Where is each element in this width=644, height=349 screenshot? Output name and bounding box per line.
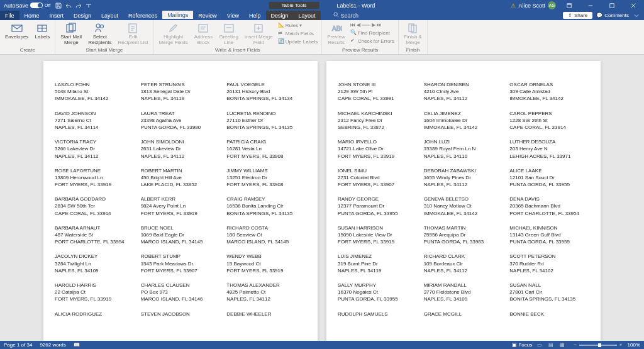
focus-mode[interactable]: ▣ Focus	[512, 342, 532, 348]
label-cell[interactable]: ALICE LAAKE12101 San Souci DrPUNTA GORDA…	[509, 167, 589, 189]
document-area[interactable]: LASZLO FOHN5048 Milano StIMMOKALEE, FL 3…	[0, 55, 644, 349]
label-cell[interactable]: JOHN LUZI15389 Royal Fern Ln NNAPLES, FL…	[424, 138, 504, 160]
label-cell[interactable]: RUDOLPH SAMUELS	[338, 311, 418, 318]
tab-references[interactable]: References	[123, 11, 162, 20]
label-cell[interactable]: HAROLD HARRIS22 Catalpa CtFORT MYERS, FL…	[55, 282, 135, 303]
label-cell[interactable]: BARBARA GODDARD2834 SW 50th TerCAPE CORA…	[55, 196, 135, 217]
greeting-line-button[interactable]: Greeting Line	[216, 21, 241, 47]
label-cell[interactable]: ALICIA RODRIGUEZ	[55, 311, 135, 318]
envelopes-button[interactable]: Envelopes	[3, 21, 31, 42]
tab-home[interactable]: Home	[19, 11, 45, 20]
status-page[interactable]: Page 1 of 34	[4, 342, 32, 348]
label-cell[interactable]: JOHN STONE III2129 SW 5th PlCAPE CORAL, …	[338, 81, 418, 102]
label-cell[interactable]: DEBBIE WHEELER	[226, 311, 306, 318]
label-cell[interactable]: VICTORIA TRACY3266 Lakeview DrNAPLES, FL…	[55, 138, 135, 160]
ribbon-display-options-icon[interactable]	[561, 0, 577, 11]
status-words[interactable]: 9262 words	[40, 342, 65, 348]
label-cell[interactable]: ROBERT STUMP1543 Park Meadows DrFORT MYE…	[141, 253, 221, 274]
tab-table-design[interactable]: Design	[266, 11, 294, 20]
tab-layout[interactable]: Layout	[96, 11, 123, 20]
label-cell[interactable]: MIRIAM RANDALL3770 Fieldstone BlvdNAPLES…	[424, 282, 504, 303]
label-cell[interactable]: MICHAEL KARCHINSKI2312 Fancy Free DrSEBR…	[338, 110, 418, 131]
zoom-in-icon[interactable]: +	[619, 342, 623, 348]
autosave-toggle[interactable]: AutoSave Off	[4, 3, 50, 9]
label-cell[interactable]: SUSAN NALL27801 Carl CirBONITA SPRINGS, …	[509, 282, 589, 303]
match-fields-button[interactable]: ⇄Match Fields	[277, 30, 319, 37]
read-mode-icon[interactable]: ▭	[537, 342, 546, 348]
labels-button[interactable]: Labels	[32, 21, 52, 42]
label-cell[interactable]: LUCRETIA RENDINO27110 Esther DrBONITA SP…	[226, 110, 306, 131]
highlight-merge-fields-button[interactable]: Highlight Merge Fields	[157, 21, 191, 47]
share-button[interactable]: ⇪ Share	[563, 12, 592, 19]
label-cell[interactable]: RICHARD COSTA180 Seaview CtMARCO ISLAND,…	[226, 224, 306, 246]
tab-view[interactable]: View	[222, 11, 244, 20]
address-block-button[interactable]: Address Block	[192, 21, 215, 47]
finish-merge-button[interactable]: Finish & Merge	[401, 21, 425, 47]
undo-icon[interactable]	[65, 3, 72, 9]
label-cell[interactable]: JIMMY WILLIAMS13251 Electron DrFORT MYER…	[226, 167, 306, 189]
label-cell[interactable]: STEVEN JACOBSON	[141, 311, 221, 318]
label-cell[interactable]: MICHAEL KINNISON13143 Green Gulf BlvdPUN…	[509, 224, 589, 246]
label-cell[interactable]: THOMAS MARTIN25556 Arequipa DrPUNTA GORD…	[424, 224, 504, 246]
label-cell[interactable]: OSCAR ORNELAS309 Calle AmistadIMMOKALEE,…	[509, 81, 589, 102]
check-errors-button[interactable]: ✔Check for Errors	[349, 37, 396, 45]
collapse-ribbon-icon[interactable]	[633, 12, 640, 19]
qat-customize-icon[interactable]	[86, 3, 92, 9]
label-cell[interactable]: MARIO IRVELLO14721 Lake Olive DrFORT MYE…	[338, 138, 418, 160]
preview-results-button[interactable]: ABC Preview Results	[325, 21, 347, 47]
label-cell[interactable]: JACOLYN DICKEY3284 Twilight LnNAPLES, FL…	[55, 253, 135, 274]
select-recipients-button[interactable]: Select Recipients	[86, 21, 114, 47]
label-cell[interactable]: CRAIG RAMSEY16536 Bonita Landing CirBONI…	[226, 196, 306, 217]
label-cell[interactable]: GRACE MCGILL	[424, 311, 504, 318]
label-cell[interactable]: SUSAN HARRISON15090 Lakeside View DrFORT…	[338, 224, 418, 246]
print-layout-icon[interactable]: ▤	[548, 342, 557, 348]
tab-insert[interactable]: Insert	[45, 11, 69, 20]
tab-design[interactable]: Design	[69, 11, 96, 20]
save-icon[interactable]	[55, 3, 62, 9]
label-cell[interactable]: PAUL VOEGELE26131 Hickory BlvdBONITA SPR…	[226, 81, 306, 102]
tab-help[interactable]: Help	[244, 11, 266, 20]
label-cell[interactable]: PATRICIA CRAIG16281 Vesta LnFORT MYERS, …	[226, 138, 306, 160]
maximize-icon[interactable]	[604, 0, 620, 11]
label-cell[interactable]: SCOTT PETERSON370 Rudder RdNAPLES, FL 34…	[509, 253, 589, 274]
label-cell[interactable]: DEBORAH ZABAWSKI1655 Windy Pines DrNAPLE…	[424, 167, 504, 189]
user-account[interactable]: ⚠ Alice Scott AS	[511, 1, 556, 9]
label-cell[interactable]: DAVID JOHNSON7271 Salerno CtNAPLES, FL 3…	[55, 110, 135, 131]
label-cell[interactable]: BARBARA ARNAUT487 Waterside StPORT CHARL…	[55, 224, 135, 246]
start-mail-merge-button[interactable]: Start Mail Merge	[58, 21, 84, 47]
comments-button[interactable]: 💬 Comments	[596, 13, 629, 18]
label-cell[interactable]: IONEL SIMU2731 Colonial BlvdFORT MYERS, …	[338, 167, 418, 189]
label-cell[interactable]: LUIS JIMENEZ319 Burnt Pine DrNAPLES, FL …	[338, 253, 418, 274]
close-icon[interactable]	[625, 0, 641, 11]
tab-mailings[interactable]: Mailings	[162, 11, 193, 20]
label-cell[interactable]: PETER STRUNGIS1813 Senegal Date DrNAPLES…	[141, 81, 221, 102]
label-cell[interactable]: LAURA TREAT23398 Agatha AvePUNTA GORDA, …	[141, 110, 221, 131]
insert-merge-field-button[interactable]: Insert Merge Field	[242, 21, 275, 47]
label-cell[interactable]: THOMAS ALEXANDER4825 Palmetto CtNAPLES, …	[226, 282, 306, 303]
zoom-out-icon[interactable]: −	[574, 342, 577, 348]
find-recipient-button[interactable]: 🔍Find Recipient	[349, 29, 396, 36]
label-cell[interactable]: SHARON DENISEN4210 Cindy AveNAPLES, FL 3…	[424, 81, 504, 102]
tab-file[interactable]: File	[0, 11, 19, 20]
label-cell[interactable]: LUTHER DESOUZA203 Henry Ave NLEHIGH ACRE…	[509, 138, 589, 160]
label-cell[interactable]: BRUCE NOEL1069 Bald Eagle DrMARCO ISLAND…	[141, 224, 221, 246]
redo-icon[interactable]	[75, 3, 82, 9]
label-cell[interactable]: JOHN SIMOLDONI2631 Lakeview DrNAPLES, FL…	[141, 138, 221, 160]
label-cell[interactable]: CAROL PEPPERS1228 SW 26th StCAPE CORAL, …	[509, 110, 589, 131]
web-layout-icon[interactable]: ▦	[560, 342, 569, 348]
edit-recipient-list-button[interactable]: Edit Recipient List	[116, 21, 151, 47]
label-cell[interactable]: ROBERT MARTIN450 Bright Hill AveLAKE PLA…	[141, 167, 221, 189]
update-labels-button[interactable]: 🔄Update Labels	[277, 38, 319, 45]
spelling-icon[interactable]: 📖	[74, 342, 80, 348]
label-cell[interactable]: ROSE LAFORTUNE13809 Heronwood LnFORT MYE…	[55, 167, 135, 189]
label-cell[interactable]: CHARLES CLAUSENPO Box 973MARCO ISLAND, F…	[141, 282, 221, 303]
label-cell[interactable]: WENDY WEBB15 Baywood CtFORT MYERS, FL 33…	[226, 253, 306, 274]
label-cell[interactable]: DENA DAVIS20365 Bachmann BlvdPORT CHARLO…	[509, 196, 589, 217]
label-cell[interactable]: CELIA JIMENEZ1604 Immokalee DrIMMOKALEE,…	[424, 110, 504, 131]
rules-button[interactable]: 📐Rules▾	[277, 21, 319, 29]
minimize-icon[interactable]	[582, 0, 599, 11]
label-cell[interactable]: BONNIE BECK	[509, 311, 589, 318]
tab-review[interactable]: Review	[193, 11, 222, 20]
label-cell[interactable]: RANDY GEORGE12377 Paramount DrPUNTA GORD…	[338, 196, 418, 217]
label-cell[interactable]: LASZLO FOHN5048 Milano StIMMOKALEE, FL 3…	[55, 81, 135, 102]
